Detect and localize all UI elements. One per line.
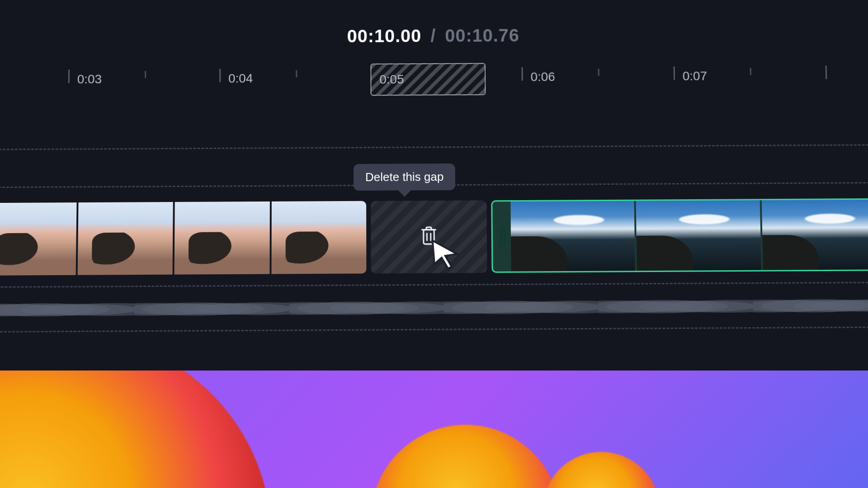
svg-rect-2	[504, 228, 505, 245]
ruler-label: 0:07	[683, 69, 708, 84]
svg-rect-1	[500, 228, 502, 245]
clip-thumbnail	[636, 200, 761, 271]
drag-handle-icon[interactable]	[495, 202, 510, 272]
timeline-gap[interactable]	[371, 200, 487, 273]
tooltip-text: Delete this gap	[365, 170, 443, 184]
timecode-display: 00:10.00 / 00:10.76	[0, 23, 868, 48]
selection-start-label: 0:05	[379, 72, 404, 87]
decorative-blob	[371, 425, 561, 488]
track-lane-guide	[0, 144, 868, 150]
ruler-label: 0:03	[77, 72, 102, 87]
pointer-cursor-icon	[430, 239, 462, 271]
track-lane-guide	[0, 282, 868, 288]
current-time: 00:10.00	[347, 26, 422, 46]
selection-range[interactable]: 0:05	[370, 63, 486, 95]
timeline-ruler[interactable]: 0:03 0:04 0:05 0:06 0:07	[0, 61, 868, 101]
clip-thumbnail	[510, 201, 635, 272]
clip-thumbnail	[175, 202, 270, 275]
ruler-label: 0:06	[530, 70, 555, 84]
ruler-label: 0:04	[228, 71, 253, 86]
decorative-blob	[0, 371, 271, 488]
decorative-blob	[542, 452, 660, 488]
total-time: 00:10.76	[445, 25, 519, 45]
clip-thumbnail	[271, 201, 366, 274]
track-lane-guide	[0, 326, 868, 333]
video-editor-timeline-panel: 00:10.00 / 00:10.76 0:03 0:04 0:05 0:06	[0, 0, 868, 371]
tooltip-delete-gap: Delete this gap	[354, 164, 456, 191]
hero-gradient-band	[0, 371, 868, 488]
video-clip-selected[interactable]	[491, 198, 868, 273]
audio-waveform[interactable]	[0, 294, 868, 322]
clip-thumbnail	[761, 200, 868, 270]
clip-thumbnail	[77, 202, 173, 275]
video-clip[interactable]	[0, 201, 366, 276]
clip-thumbnail	[0, 202, 76, 276]
time-separator: /	[430, 26, 436, 45]
